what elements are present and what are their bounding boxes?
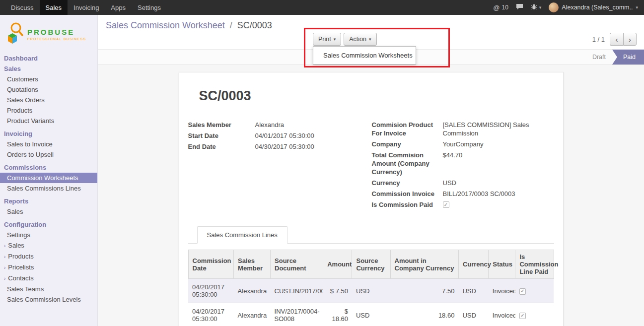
field-label: Is Commission Paid: [372, 200, 443, 209]
cell-commission-date: 04/20/2017 05:30:00: [188, 279, 234, 303]
sidebar-item-pricelists[interactable]: ›Pricelists: [0, 262, 97, 273]
line-paid-checkbox[interactable]: ✓: [519, 288, 526, 295]
company-link[interactable]: YourCompany: [443, 140, 484, 148]
menu-apps[interactable]: Apps: [105, 0, 132, 15]
caret-down-icon: ▾: [369, 37, 371, 42]
header-status[interactable]: Status: [489, 250, 515, 279]
header-amount-in-company-currency[interactable]: Amount in Company Currency: [390, 250, 458, 279]
pager-previous-button[interactable]: ‹: [610, 33, 623, 46]
menu-discuss[interactable]: Discuss: [5, 0, 40, 15]
header-source-document[interactable]: Source Document: [271, 250, 323, 279]
probuse-logo-icon: [4, 21, 25, 47]
sidebar-item-products[interactable]: Products: [0, 105, 97, 116]
sidebar-item-config-sales[interactable]: ›Sales: [0, 240, 97, 251]
messages-button[interactable]: [516, 3, 523, 11]
cell-status: Invoiced: [489, 279, 515, 303]
sidebar-item-sales-commission-levels[interactable]: Sales Commission Levels: [0, 294, 97, 305]
sidebar-section-configuration[interactable]: Configuration: [0, 219, 97, 230]
sidebar-section-sales[interactable]: Sales: [0, 64, 97, 74]
menu-settings[interactable]: Settings: [132, 0, 167, 15]
sidebar-item-label: Contacts: [8, 274, 33, 282]
mentions-button[interactable]: @ 10: [493, 4, 508, 11]
notebook: Sales Commission Lines Commission Date S…: [188, 226, 554, 326]
cell-company-amount: 7.50: [390, 279, 458, 303]
field-label: End Date: [188, 142, 255, 151]
sidebar-item-contacts[interactable]: ›Contacts: [0, 273, 97, 284]
topbar-systray: @ 10 ▾ Alexandra (Sales_comm.. ▾: [493, 0, 644, 15]
sidebar-section-reports[interactable]: Reports: [0, 196, 97, 206]
sidebar-item-sales-commissions-lines[interactable]: Sales Commissions Lines: [0, 183, 97, 194]
currency-link[interactable]: USD: [443, 179, 456, 187]
status-paid[interactable]: Paid: [612, 50, 644, 65]
debug-menu-button[interactable]: ▾: [531, 3, 542, 11]
tab-sales-commission-lines[interactable]: Sales Commission Lines: [197, 226, 287, 244]
sidebar-section-invoicing[interactable]: Invoicing: [0, 129, 97, 139]
sidebar-section-dashboard[interactable]: Dashboard: [0, 53, 97, 64]
sidebar-item-orders-to-upsell[interactable]: Orders to Upsell: [0, 149, 97, 160]
sidebar-section-commissions[interactable]: Commissions: [0, 162, 97, 173]
pager-counter: 1 / 1: [592, 36, 605, 43]
cell-commission-date: 04/20/2017 05:30:00: [188, 303, 234, 326]
header-is-commission-line-paid[interactable]: Is Commission Line Paid: [515, 250, 554, 279]
header-sales-member[interactable]: Sales Member: [234, 250, 271, 279]
field-groups: Sales Member Alexandra Start Date 04/01/…: [188, 121, 554, 211]
end-date-value: 04/30/2017 05:30:00: [255, 142, 314, 151]
header-amount[interactable]: Amount: [323, 250, 352, 279]
cell-status: Invoiced: [489, 303, 515, 326]
pager: 1 / 1 ‹ ›: [592, 33, 637, 46]
table-header: Commission Date Sales Member Source Docu…: [188, 250, 554, 279]
sidebar-item-sales-orders[interactable]: Sales Orders: [0, 95, 97, 105]
dropdown-item-sales-commission-worksheets[interactable]: Sales Commission Worksheets: [313, 49, 416, 62]
line-paid-checkbox[interactable]: ✓: [519, 313, 526, 319]
expand-icon: ›: [4, 265, 5, 270]
menu-sales[interactable]: Sales: [40, 0, 68, 15]
field-label: Commission Invoice: [372, 190, 443, 198]
print-button[interactable]: Print ▾: [313, 33, 341, 46]
commission-line-row[interactable]: 04/20/2017 05:30:00 Alexandra INV/2017/0…: [188, 303, 554, 326]
cell-line-paid: ✓: [515, 303, 554, 326]
commission-line-row[interactable]: 04/20/2017 05:30:00 Alexandra CUST.IN/20…: [188, 279, 554, 303]
menu-invoicing[interactable]: Invoicing: [68, 0, 105, 15]
is-commission-paid-checkbox[interactable]: ✓: [443, 201, 449, 208]
check-icon: ✓: [444, 202, 448, 207]
check-icon: ✓: [520, 313, 524, 318]
breadcrumb-parent-link[interactable]: Sales Commission Worksheet: [106, 20, 225, 30]
sidebar-item-sales-teams[interactable]: Sales Teams: [0, 284, 97, 294]
field-sales-member: Sales Member Alexandra: [188, 121, 372, 129]
sidebar-item-settings[interactable]: Settings: [0, 230, 97, 240]
expand-icon: ›: [4, 243, 5, 249]
status-draft[interactable]: Draft: [586, 50, 612, 65]
print-button-label: Print: [318, 36, 331, 43]
action-button[interactable]: Action ▾: [344, 33, 376, 46]
sidebar-item-customers[interactable]: Customers: [0, 74, 97, 84]
app-menus: Discuss Sales Invoicing Apps Settings: [0, 0, 167, 15]
caret-down-icon: ▾: [636, 5, 638, 10]
pager-next-button[interactable]: ›: [623, 33, 637, 46]
field-group-left: Sales Member Alexandra Start Date 04/01/…: [188, 121, 372, 211]
header-currency[interactable]: Currency: [458, 250, 488, 279]
cell-source-document: CUST.IN/2017/0001: [271, 279, 323, 303]
sidebar-item-config-products[interactable]: ›Products: [0, 251, 97, 262]
cell-line-paid: ✓: [515, 279, 554, 303]
commission-invoice-link[interactable]: BILL/2017/0003 SC/0003: [443, 190, 515, 198]
chevron-left-icon: ‹: [616, 35, 618, 44]
sales-member-link[interactable]: Alexandra: [255, 121, 285, 129]
table-body: 04/20/2017 05:30:00 Alexandra CUST.IN/20…: [188, 279, 554, 326]
commission-product-link[interactable]: [SALES COMMISSION] Sales Commission: [443, 121, 531, 137]
header-source-currency[interactable]: Source Currency: [352, 250, 390, 279]
sidebar-item-sales-to-invoice[interactable]: Sales to Invoice: [0, 139, 97, 149]
field-label: Sales Member: [188, 121, 255, 129]
field-label: Currency: [372, 179, 443, 187]
sidebar-item-quotations[interactable]: Quotations: [0, 84, 97, 95]
sidebar-item-product-variants[interactable]: Product Variants: [0, 116, 97, 126]
user-name: Alexandra (Sales_comm..: [562, 4, 633, 11]
company-logo[interactable]: PROBUSE PROFESSIONAL BUSINESS: [0, 15, 97, 53]
form-view: SC/0003 Sales Member Alexandra Start Dat…: [98, 65, 644, 326]
field-label: Commision Product For Invoice: [372, 121, 443, 137]
sidebar-item-label: Products: [8, 253, 33, 260]
sidebar-item-commission-worksheets[interactable]: Commission Worksheets: [0, 173, 97, 183]
cell-amount: $ 7.50: [323, 279, 352, 303]
sidebar-item-reports-sales[interactable]: Sales: [0, 206, 97, 217]
header-commission-date[interactable]: Commission Date: [188, 250, 234, 279]
user-menu[interactable]: Alexandra (Sales_comm.. ▾: [549, 2, 638, 12]
